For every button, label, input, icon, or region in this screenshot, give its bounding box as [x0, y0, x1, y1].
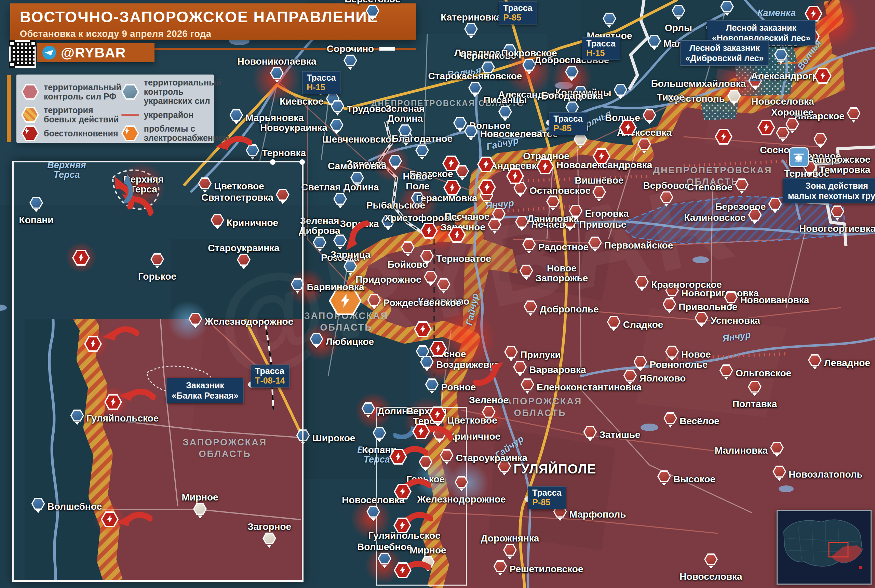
legend-item-3: укрепрайон	[121, 110, 229, 120]
legend-item-2: территория боевых действий	[21, 106, 121, 124]
country-minimap	[776, 510, 872, 585]
map-title-panel: ВОСТОЧНО-ЗАПОРОЖСКОЕ НАПРАВЛЕНИЕ Обстано…	[10, 3, 416, 40]
legend-accent-bar	[7, 75, 11, 142]
fortified-line-icon	[121, 114, 139, 116]
legend-label: территориальный контроль украинских сил	[144, 78, 229, 106]
legend-label: укрепрайон	[144, 110, 194, 120]
war-map: ВОСТОЧНО-ЗАПОРОЖСКОЕ НАПРАВЛЕНИЕ Обстано…	[0, 0, 875, 588]
legend-label: проблемы с электроснабжением	[144, 124, 229, 142]
power-outage-icon	[121, 126, 139, 141]
legend-label: территориальный контроль сил РФ	[44, 83, 121, 101]
clash-icon	[21, 126, 39, 141]
rf-control-icon	[21, 84, 39, 100]
ua-control-icon	[121, 84, 139, 100]
map-title: ВОСТОЧНО-ЗАПОРОЖСКОЕ НАПРАВЛЕНИЕ	[20, 8, 407, 26]
legend-label: боестолкновения	[44, 129, 118, 138]
legend-label: территория боевых действий	[44, 106, 121, 124]
legend-item-1: территориальный контроль украинских сил	[121, 78, 229, 106]
legend-item-5: проблемы с электроснабжением	[121, 124, 229, 142]
channel-banner: @RYBAR	[37, 43, 154, 62]
telegram-icon	[42, 46, 56, 60]
map-subtitle: Обстановка к исходу 9 апреля 2026 года	[20, 29, 407, 39]
channel-name: @RYBAR	[61, 45, 126, 61]
combat-zone-icon	[21, 107, 39, 123]
inset-source-rectangle	[376, 407, 467, 586]
legend-item-4: боестолкновения	[21, 126, 121, 141]
qr-code	[9, 40, 36, 68]
legend-item-0: территориальный контроль сил РФ	[21, 83, 121, 101]
legend-panel: территориальный контроль сил РФтерритори…	[16, 75, 214, 143]
